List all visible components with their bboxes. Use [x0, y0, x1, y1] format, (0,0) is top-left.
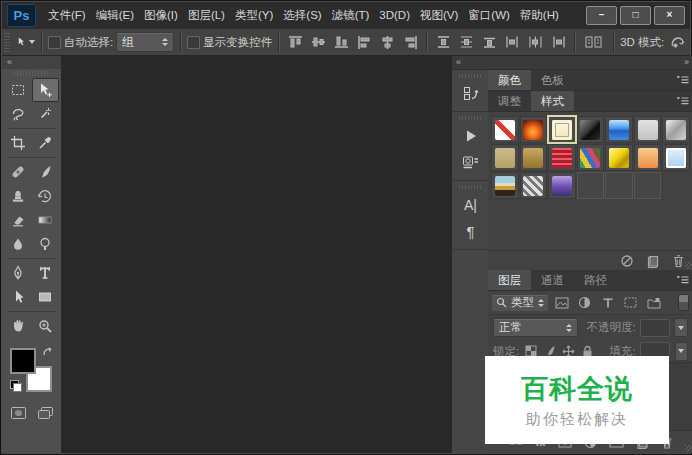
close-button[interactable]: ×: [654, 6, 685, 25]
canvas-workspace[interactable]: [61, 56, 451, 453]
filter-pixel-layers-button[interactable]: [552, 294, 571, 312]
maximize-button[interactable]: □: [620, 6, 651, 25]
style-swatch-gold-gradient[interactable]: [520, 144, 548, 171]
tool-spot-healing-brush[interactable]: [5, 160, 32, 184]
options-bar-grip[interactable]: [4, 32, 10, 52]
align-top-edges-icon[interactable]: [285, 32, 305, 52]
menu-layer[interactable]: 图层(L): [183, 2, 230, 29]
menu-view[interactable]: 视图(V): [415, 2, 463, 29]
style-swatch-empty[interactable]: [605, 172, 633, 199]
tool-path-selection[interactable]: [5, 285, 32, 309]
foreground-color-swatch[interactable]: [10, 348, 36, 374]
3d-rotate-icon[interactable]: [667, 32, 687, 52]
tool-history-brush[interactable]: [32, 184, 59, 208]
menu-image[interactable]: 图像(I): [139, 2, 183, 29]
menu-help[interactable]: 帮助(H): [515, 2, 564, 29]
align-left-edges-icon[interactable]: [354, 32, 374, 52]
align-vertical-centers-icon[interactable]: [308, 32, 328, 52]
collapse-tools-icon[interactable]: «: [2, 56, 61, 69]
tool-lasso[interactable]: [5, 102, 32, 126]
show-transform-checkbox[interactable]: [187, 36, 200, 49]
tab-layers[interactable]: 图层: [488, 270, 531, 290]
tool-pen[interactable]: [5, 261, 32, 285]
menu-3d[interactable]: 3D(D): [374, 2, 415, 29]
tool-eyedropper[interactable]: [32, 131, 59, 155]
menu-file[interactable]: 文件(F): [43, 2, 91, 29]
style-swatch-multicolor[interactable]: [577, 144, 605, 171]
tool-move[interactable]: [32, 78, 59, 102]
dock-grip[interactable]: [459, 185, 482, 189]
distribute-right-edges-icon[interactable]: [548, 32, 568, 52]
quick-mask-button[interactable]: [10, 406, 27, 420]
paragraph-panel-button[interactable]: ¶: [457, 219, 484, 244]
distribute-left-edges-icon[interactable]: [502, 32, 522, 52]
menu-select[interactable]: 选择(S): [278, 2, 326, 29]
panel-menu-icon[interactable]: [676, 96, 689, 106]
minimize-button[interactable]: –: [586, 6, 617, 25]
auto-select-checkbox[interactable]: [48, 36, 61, 49]
tool-dodge[interactable]: [32, 232, 59, 256]
tools-panel-grip[interactable]: [14, 71, 49, 76]
style-swatch-empty[interactable]: [577, 172, 605, 199]
style-swatch-blue-gloss[interactable]: [605, 116, 633, 143]
layer-comps-panel-button[interactable]: [457, 150, 484, 175]
style-swatch-gray-bevel[interactable]: [662, 116, 690, 143]
menu-type[interactable]: 类型(Y): [230, 2, 278, 29]
distribute-vertical-centers-icon[interactable]: [456, 32, 476, 52]
tool-eraser[interactable]: [5, 208, 32, 232]
tool-crop[interactable]: [5, 131, 32, 155]
move-tool-preset-icon[interactable]: [15, 32, 35, 52]
screen-mode-button[interactable]: [37, 406, 54, 420]
auto-select-target-dropdown[interactable]: 组: [116, 32, 174, 52]
style-swatch-light-blue[interactable]: [662, 144, 690, 171]
tool-gradient[interactable]: [32, 208, 59, 232]
fill-dropdown-button[interactable]: [675, 342, 688, 361]
style-swatch-cream-outline[interactable]: [548, 116, 576, 143]
style-swatch-light-gray[interactable]: [634, 116, 662, 143]
layer-filter-dropdown[interactable]: 类型: [492, 295, 548, 311]
style-swatch-orange-gradient[interactable]: [634, 144, 662, 171]
auto-align-layers-icon[interactable]: [581, 32, 607, 52]
align-horizontal-centers-icon[interactable]: [377, 32, 397, 52]
style-swatch-red-stripes[interactable]: [548, 144, 576, 171]
tab-swatches[interactable]: 色板: [531, 70, 574, 90]
tab-styles[interactable]: 样式: [531, 91, 574, 111]
delete-style-button[interactable]: [672, 254, 685, 268]
tool-blur[interactable]: [5, 232, 32, 256]
align-right-edges-icon[interactable]: [400, 32, 420, 52]
opacity-field[interactable]: [640, 319, 671, 337]
distribute-bottom-edges-icon[interactable]: [479, 32, 499, 52]
character-panel-button[interactable]: A|: [457, 192, 484, 217]
filter-shape-layers-button[interactable]: [621, 294, 640, 312]
default-colors-icon[interactable]: [10, 380, 22, 392]
menu-window[interactable]: 窗口(W): [463, 2, 515, 29]
collapse-dock-icon[interactable]: «: [452, 56, 489, 70]
style-swatch-yellow-bevel[interactable]: [605, 144, 633, 171]
dock-grip[interactable]: [459, 74, 482, 78]
style-swatch-empty[interactable]: [634, 172, 662, 199]
filter-smart-objects-button[interactable]: [644, 294, 663, 312]
blend-mode-dropdown[interactable]: 正常: [493, 318, 578, 337]
style-swatch-purple-bevel[interactable]: [548, 172, 576, 199]
tool-brush[interactable]: [32, 160, 59, 184]
tool-hand[interactable]: [5, 314, 32, 338]
tool-rectangular-marquee[interactable]: [5, 78, 32, 102]
tool-clone-stamp[interactable]: [5, 184, 32, 208]
history-panel-button[interactable]: [457, 81, 484, 106]
dock-grip[interactable]: [459, 116, 482, 120]
tab-color[interactable]: 颜色: [488, 70, 531, 90]
style-swatch-sunset[interactable]: [491, 172, 519, 199]
expand-panels-icon[interactable]: »: [488, 56, 692, 70]
menu-filter[interactable]: 滤镜(T): [327, 2, 375, 29]
distribute-top-edges-icon[interactable]: [433, 32, 453, 52]
style-swatch-no-style[interactable]: [491, 116, 519, 143]
style-swatch-tan[interactable]: [491, 144, 519, 171]
actions-panel-button[interactable]: [457, 123, 484, 148]
style-swatch-orange-glow[interactable]: [520, 116, 548, 143]
distribute-horizontal-centers-icon[interactable]: [525, 32, 545, 52]
menu-edit[interactable]: 编辑(E): [91, 2, 139, 29]
tool-zoom[interactable]: [32, 314, 59, 338]
panel-resize-grip[interactable]: [685, 445, 692, 452]
opacity-dropdown-button[interactable]: [674, 318, 688, 337]
align-bottom-edges-icon[interactable]: [331, 32, 351, 52]
